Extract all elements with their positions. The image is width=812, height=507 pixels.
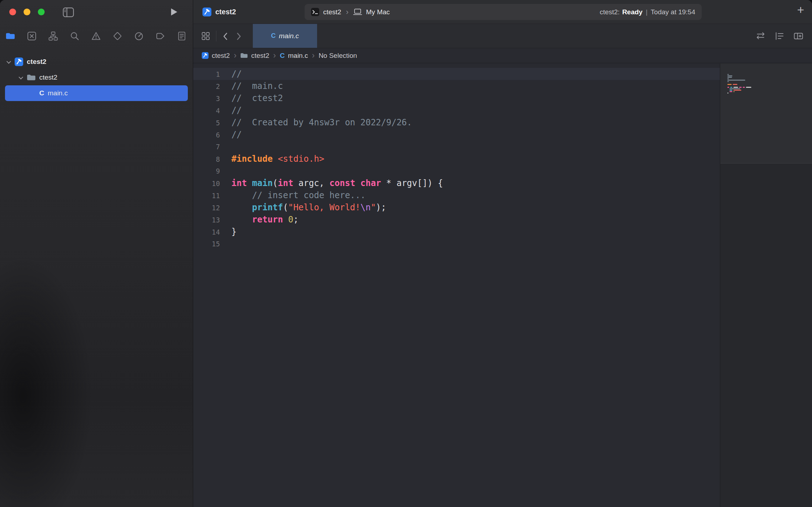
code-text: // Created by 4nsw3r on 2022/9/26. — [220, 116, 412, 129]
line-number[interactable]: 9 — [193, 165, 220, 177]
terminal-target-icon — [311, 8, 319, 16]
xcode-window: ctest2 ctest2 C main.c ctest2 — [0, 0, 812, 507]
code-review-button[interactable] — [756, 32, 765, 40]
code-line[interactable]: 11 // insert code here... — [193, 189, 720, 201]
code-text: // — [220, 129, 242, 141]
window-title-text: ctest2 — [215, 8, 236, 16]
line-number[interactable]: 13 — [193, 214, 220, 226]
tree-item-project-ctest2[interactable]: ctest2 — [0, 54, 193, 70]
code-line[interactable]: 9 — [193, 165, 720, 177]
line-number[interactable]: 2 — [193, 80, 220, 92]
code-line[interactable]: 6// — [193, 129, 720, 141]
code-line[interactable]: 15 — [193, 238, 720, 250]
tab-label: main.c — [279, 32, 299, 40]
code-line[interactable]: 2// main.c — [193, 80, 720, 92]
code-text: // main.c — [220, 80, 283, 92]
scheme-name[interactable]: ctest2 — [323, 8, 341, 16]
run-button[interactable] — [170, 8, 178, 16]
titlebar-left — [0, 0, 193, 24]
scheme-selector[interactable]: ctest2 › My Mac — [311, 8, 390, 16]
breadcrumb-label: ctest2 — [251, 52, 269, 60]
breakpoint-navigator-icon[interactable] — [156, 31, 165, 41]
folder-icon — [27, 74, 36, 81]
breadcrumb-selection[interactable]: No Selection — [319, 52, 357, 60]
minimap[interactable] — [720, 64, 812, 507]
tree-item-main-c[interactable]: C main.c — [5, 85, 188, 101]
go-forward-button[interactable] — [237, 32, 241, 40]
close-window-button[interactable] — [9, 9, 16, 15]
code-line[interactable]: 5// Created by 4nsw3r on 2022/9/26. — [193, 116, 720, 129]
debug-navigator-icon[interactable] — [134, 31, 144, 41]
tab-bar: C main.c — [193, 24, 812, 48]
code-line[interactable]: 10int main(int argc, const char * argv[]… — [193, 177, 720, 189]
zoom-window-button[interactable] — [38, 9, 45, 15]
line-number[interactable]: 6 — [193, 129, 220, 141]
tab-overview-icon[interactable] — [202, 32, 210, 40]
line-number[interactable]: 14 — [193, 226, 220, 238]
tab-main-c[interactable]: C main.c — [253, 24, 317, 48]
tree-item-label: main.c — [48, 89, 68, 97]
chevron-right-icon: › — [273, 51, 276, 60]
breadcrumb-group[interactable]: ctest2 — [240, 52, 269, 60]
project-navigator-tree: ctest2 ctest2 C main.c — [0, 48, 193, 101]
code-line[interactable]: 14} — [193, 226, 720, 238]
test-navigator-icon[interactable] — [113, 31, 122, 41]
go-back-button[interactable] — [223, 32, 227, 40]
library-button[interactable]: + — [797, 4, 804, 16]
activity-status[interactable]: ctest2: Ready | Today at 19:54 — [600, 8, 695, 16]
issue-navigator-icon[interactable] — [91, 31, 101, 41]
add-editor-button[interactable] — [794, 32, 803, 40]
c-file-icon: C — [271, 32, 276, 40]
line-number[interactable]: 7 — [193, 141, 220, 153]
status-divider: | — [645, 8, 648, 16]
scheme-destination[interactable]: My Mac — [366, 8, 390, 16]
disclosure-chevron-icon[interactable] — [19, 75, 23, 79]
status-state: Ready — [622, 8, 642, 16]
code-line[interactable]: 3// ctest2 — [193, 92, 720, 104]
line-number[interactable]: 5 — [193, 117, 220, 129]
line-number[interactable]: 15 — [193, 238, 220, 250]
breadcrumb-label: No Selection — [319, 52, 357, 60]
breadcrumb-project[interactable]: ctest2 — [202, 52, 230, 60]
line-number[interactable]: 3 — [193, 92, 220, 105]
code-line[interactable]: 7 — [193, 141, 720, 153]
line-number[interactable]: 4 — [193, 105, 220, 117]
minimize-window-button[interactable] — [24, 9, 30, 15]
source-control-navigator-icon[interactable] — [27, 31, 36, 41]
code-line[interactable]: 13 return 0; — [193, 214, 720, 226]
symbol-navigator-icon[interactable] — [49, 31, 58, 41]
editor-options-button[interactable] — [775, 32, 784, 40]
project-navigator-icon[interactable] — [6, 31, 15, 41]
code-line[interactable]: 4// — [193, 104, 720, 116]
line-number[interactable]: 12 — [193, 202, 220, 214]
code-text: printf("Hello, World!\n"); — [220, 201, 386, 214]
c-file-icon: C — [280, 52, 285, 60]
navigator-bar — [0, 24, 193, 48]
code-text: // insert code here... — [220, 189, 366, 201]
code-text: int main(int argc, const char * argv[]) … — [220, 177, 443, 189]
toggle-sidebar-button[interactable] — [63, 7, 74, 17]
editor-area: 1//2// main.c3// ctest24//5// Created by… — [193, 64, 812, 507]
main-area: ctest2 ctest2 › My Mac ctest2: Ready — [193, 0, 812, 507]
report-navigator-icon[interactable] — [177, 31, 186, 41]
code-text: } — [220, 226, 236, 238]
code-line[interactable]: 8#include <stdio.h> — [193, 153, 720, 165]
disclosure-chevron-icon[interactable] — [6, 59, 11, 64]
code-line[interactable]: 1// — [193, 68, 720, 80]
code-text: return 0; — [220, 214, 299, 226]
line-number[interactable]: 1 — [193, 68, 220, 80]
my-mac-icon — [353, 9, 362, 15]
line-number[interactable]: 11 — [193, 190, 220, 202]
window-controls — [9, 9, 45, 15]
minimap-line — [727, 94, 812, 95]
tree-item-group-ctest2[interactable]: ctest2 — [0, 70, 193, 85]
breadcrumb-file[interactable]: C main.c — [280, 52, 308, 60]
line-number[interactable]: 8 — [193, 153, 220, 165]
tree-item-label: ctest2 — [27, 58, 46, 66]
find-navigator-icon[interactable] — [70, 31, 79, 41]
code-line[interactable]: 12 printf("Hello, World!\n"); — [193, 201, 720, 214]
code-text: // — [220, 68, 242, 80]
breadcrumb-label: main.c — [288, 52, 308, 60]
source-editor[interactable]: 1//2// main.c3// ctest24//5// Created by… — [193, 64, 720, 507]
line-number[interactable]: 10 — [193, 177, 220, 190]
